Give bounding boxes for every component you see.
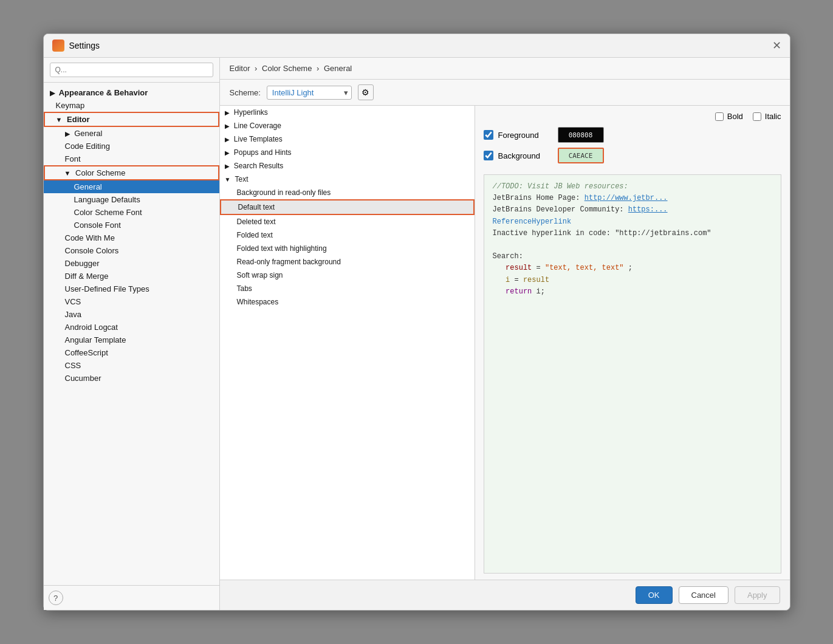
- settings-window: Settings ✕ ▶ Appearance & Behavior Keyma…: [43, 33, 790, 611]
- sidebar-item-vcs[interactable]: VCS: [44, 295, 219, 308]
- preview-line: JetBrains Home Page: http://www.jetbr...: [493, 193, 772, 204]
- right-panel: Bold Italic Foreground: [475, 106, 790, 580]
- sidebar: ▶ Appearance & Behavior Keymap ▼ Editor …: [44, 58, 220, 610]
- list-item-search-results[interactable]: ▶ Search Results: [220, 159, 475, 173]
- sidebar-item-angular[interactable]: Angular Template: [44, 334, 219, 346]
- list-item-background-readonly[interactable]: Background in read-only files: [220, 186, 475, 199]
- sidebar-item-css[interactable]: CSS: [44, 359, 219, 372]
- preview-area: //TODO: Visit JB Web resources: JetBrain…: [484, 174, 781, 574]
- sidebar-item-code-editing[interactable]: Code Editing: [44, 140, 219, 152]
- title-bar: Settings ✕: [44, 34, 790, 58]
- close-button[interactable]: ✕: [772, 39, 781, 52]
- italic-checkbox[interactable]: [753, 112, 761, 121]
- text-attributes: Bold Italic: [484, 112, 781, 121]
- sidebar-item-color-scheme[interactable]: ▼ Color Scheme: [44, 165, 219, 180]
- help-button[interactable]: ?: [49, 591, 63, 605]
- scheme-bar: Scheme: IntelliJ Light Default Darcula ⚙: [220, 80, 790, 106]
- app-icon: [52, 39, 64, 52]
- sidebar-item-keymap[interactable]: Keymap: [44, 99, 219, 112]
- list-item-soft-wrap[interactable]: Soft wrap sign: [220, 269, 475, 282]
- preview-line: Search:: [493, 251, 772, 262]
- scheme-label: Scheme:: [230, 88, 261, 97]
- ok-button[interactable]: OK: [636, 586, 673, 604]
- expand-icon: ▶: [65, 130, 70, 138]
- search-input[interactable]: [50, 63, 213, 77]
- background-swatch[interactable]: CAEACE: [558, 148, 604, 163]
- preview-line: ReferenceHyperlink: [493, 216, 772, 228]
- sidebar-item-debugger[interactable]: Debugger: [44, 257, 219, 270]
- preview-line: //TODO: Visit JB Web resources:: [493, 181, 772, 193]
- items-list: ▶ Hyperlinks ▶ Line Coverage ▶ Live Temp…: [220, 106, 475, 580]
- sidebar-item-coffeescript[interactable]: CoffeeScript: [44, 346, 219, 359]
- cancel-button[interactable]: Cancel: [679, 586, 728, 604]
- sidebar-item-console-colors[interactable]: Console Colors: [44, 244, 219, 257]
- gear-button[interactable]: ⚙: [358, 84, 374, 100]
- list-item-text[interactable]: ▼ Text: [220, 173, 475, 186]
- sidebar-item-diff-merge[interactable]: Diff & Merge: [44, 270, 219, 283]
- sidebar-tree: ▶ Appearance & Behavior Keymap ▼ Editor …: [44, 83, 219, 585]
- foreground-row: Foreground 080808: [484, 127, 781, 143]
- list-item-whitespaces[interactable]: Whitespaces: [220, 295, 475, 309]
- list-item-tabs[interactable]: Tabs: [220, 282, 475, 295]
- scheme-dropdown[interactable]: IntelliJ Light Default Darcula: [267, 86, 352, 100]
- sidebar-item-android-logcat[interactable]: Android Logcat: [44, 321, 219, 334]
- sidebar-bottom: ?: [44, 585, 219, 610]
- sidebar-item-general[interactable]: ▶ General: [44, 127, 219, 140]
- preview-line: [493, 239, 772, 251]
- sidebar-item-font[interactable]: Font: [44, 152, 219, 165]
- foreground-label: Foreground: [498, 131, 553, 140]
- scheme-dropdown-wrap: IntelliJ Light Default Darcula: [267, 86, 352, 100]
- list-item-popups[interactable]: ▶ Popups and Hints: [220, 146, 475, 159]
- expand-icon: ▼: [64, 170, 71, 177]
- window-title: Settings: [69, 41, 100, 50]
- preview-line: i = result: [493, 275, 772, 286]
- list-item-deleted-text[interactable]: Deleted text: [220, 215, 475, 228]
- bold-checkbox-row: Bold: [715, 112, 743, 121]
- list-item-live-templates[interactable]: ▶ Live Templates: [220, 132, 475, 146]
- preview-line: Inactive hyperlink in code: "http://jetb…: [493, 228, 772, 239]
- breadcrumb: Editor › Color Scheme › General: [220, 58, 790, 80]
- preview-line: return i;: [493, 286, 772, 298]
- bold-label: Bold: [727, 112, 743, 121]
- sidebar-item-console-font[interactable]: Console Font: [44, 219, 219, 231]
- title-bar-left: Settings: [52, 39, 100, 52]
- expand-icon: ▼: [56, 116, 63, 123]
- sidebar-item-language-defaults[interactable]: Language Defaults: [44, 193, 219, 206]
- foreground-swatch[interactable]: 080808: [558, 127, 604, 143]
- list-item-readonly-fragment[interactable]: Read-only fragment background: [220, 255, 475, 269]
- background-label: Background: [498, 151, 553, 160]
- italic-checkbox-row: Italic: [753, 112, 781, 121]
- content-area: ▶ Appearance & Behavior Keymap ▼ Editor …: [44, 58, 790, 610]
- sidebar-item-general-selected[interactable]: General: [44, 180, 219, 193]
- bottom-bar: OK Cancel Apply: [220, 580, 790, 610]
- sidebar-item-color-scheme-font[interactable]: Color Scheme Font: [44, 206, 219, 219]
- background-row: Background CAEACE: [484, 148, 781, 163]
- sidebar-item-user-defined[interactable]: User-Defined File Types: [44, 283, 219, 295]
- list-item-line-coverage[interactable]: ▶ Line Coverage: [220, 119, 475, 132]
- preview-line: result = "text, text, text" ;: [493, 262, 772, 274]
- list-item-folded-highlight[interactable]: Folded text with highlighting: [220, 242, 475, 255]
- italic-label: Italic: [765, 112, 781, 121]
- main-panel: Editor › Color Scheme › General Scheme: …: [220, 58, 790, 610]
- search-bar: [44, 58, 219, 83]
- list-item-folded-text[interactable]: Folded text: [220, 228, 475, 242]
- background-checkbox[interactable]: [484, 151, 493, 160]
- preview-line: JetBrains Developer Community: https:...: [493, 204, 772, 216]
- expand-icon: ▶: [50, 89, 55, 97]
- list-item-default-text[interactable]: Default text: [220, 199, 475, 215]
- sidebar-item-editor[interactable]: ▼ Editor: [44, 112, 219, 127]
- split-panel: ▶ Hyperlinks ▶ Line Coverage ▶ Live Temp…: [220, 106, 790, 580]
- sidebar-item-appearance[interactable]: ▶ Appearance & Behavior: [44, 86, 219, 99]
- foreground-checkbox[interactable]: [484, 130, 493, 140]
- apply-button[interactable]: Apply: [735, 586, 780, 604]
- bold-checkbox[interactable]: [715, 112, 724, 121]
- sidebar-item-java[interactable]: Java: [44, 308, 219, 321]
- sidebar-item-code-with-me[interactable]: Code With Me: [44, 231, 219, 244]
- list-item-hyperlinks[interactable]: ▶ Hyperlinks: [220, 106, 475, 119]
- sidebar-item-cucumber[interactable]: Cucumber: [44, 372, 219, 385]
